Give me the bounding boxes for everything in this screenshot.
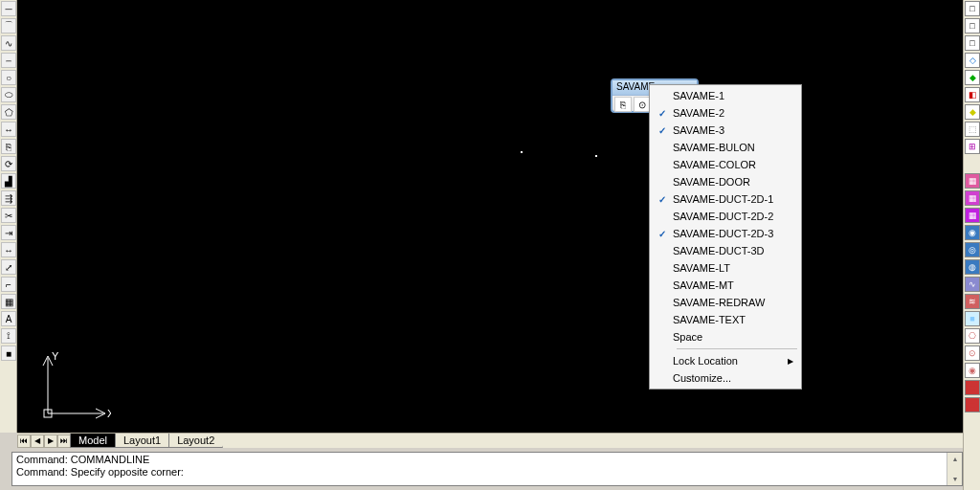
tool-line[interactable]: ─ — [1, 1, 16, 16]
right-tool-4[interactable]: ◆ — [965, 70, 980, 85]
menu-item-savame-duct-3d[interactable]: SAVAME-DUCT-3D — [652, 242, 799, 259]
right-tool-12[interactable]: ▦ — [965, 208, 980, 223]
command-window[interactable]: Command: COMMANDLINE Command: Specify op… — [11, 452, 963, 486]
tool-rotate[interactable]: ⟳ — [1, 156, 16, 171]
right-tool-23[interactable]: ■ — [965, 397, 980, 412]
menu-item-savame-duct-2d-3[interactable]: ✓SAVAME-DUCT-2D-3 — [652, 225, 799, 242]
check-icon: ✓ — [652, 229, 673, 239]
right-tool-1[interactable]: □ — [965, 18, 980, 33]
menu-item-customize-[interactable]: Customize... — [652, 369, 799, 387]
tool-mirror[interactable]: ▟ — [1, 173, 16, 189]
tab-model[interactable]: Model — [70, 434, 116, 448]
right-tool-0[interactable]: □ — [965, 1, 980, 16]
right-tool-15[interactable]: ◍ — [965, 259, 980, 275]
right-tool-11[interactable]: ▦ — [965, 190, 980, 206]
tab-nav-next[interactable]: ▶ — [44, 434, 57, 448]
tool-text[interactable]: A — [1, 311, 16, 326]
menu-item-label: Lock Location — [673, 355, 738, 367]
tool-polyline[interactable]: ⎓ — [1, 53, 16, 68]
tool-dim[interactable]: ⟟ — [1, 328, 16, 344]
ucs-icon: Y X — [34, 350, 111, 427]
right-tool-8[interactable]: ⊞ — [965, 139, 980, 154]
right-tool-16[interactable]: ∿ — [965, 277, 980, 292]
right-tool-20[interactable]: ⊙ — [965, 345, 980, 361]
tool-scale[interactable]: ⤢ — [1, 259, 16, 275]
tool-arc[interactable]: ⌒ — [1, 18, 16, 33]
tool-block[interactable]: ■ — [1, 345, 16, 361]
menu-item-savame-bulon[interactable]: SAVAME-BULON — [652, 139, 799, 156]
scroll-down-icon[interactable]: ▾ — [947, 473, 962, 485]
menu-item-space[interactable]: Space — [652, 328, 799, 345]
menu-item-savame-2[interactable]: ✓SAVAME-2 — [652, 104, 799, 122]
tool-spline[interactable]: ∿ — [1, 35, 16, 51]
tool-extend[interactable]: ⇥ — [1, 225, 16, 240]
layout-tabs: ⏮ ◀ ▶ ⏭ ModelLayout1Layout2 — [17, 433, 963, 448]
tool-stretch[interactable]: ↔ — [1, 242, 16, 257]
tool-circle[interactable]: ○ — [1, 70, 16, 85]
command-line: Command: Specify opposite corner: — [16, 466, 958, 479]
tab-nav-prev[interactable]: ◀ — [31, 434, 44, 448]
tool-copy[interactable]: ⎘ — [1, 139, 16, 154]
svg-text:Y: Y — [52, 350, 59, 362]
menu-item-lock-location[interactable]: Lock Location▶ — [652, 352, 799, 369]
menu-item-savame-color[interactable]: SAVAME-COLOR — [652, 156, 799, 173]
command-line: Command: COMMANDLINE — [16, 454, 958, 466]
right-tool-3[interactable]: ◇ — [965, 53, 980, 68]
menu-item-label: SAVAME-BULON — [673, 142, 755, 153]
drawing-canvas[interactable]: Y X — [17, 0, 963, 433]
tool-trim[interactable]: ✂ — [1, 208, 16, 223]
menu-item-savame-redraw[interactable]: SAVAME-REDRAW — [652, 294, 799, 311]
menu-item-savame-1[interactable]: SAVAME-1 — [652, 87, 799, 104]
right-tool-21[interactable]: ◉ — [965, 363, 980, 378]
menu-item-label: SAVAME-REDRAW — [673, 297, 765, 308]
right-tool-13[interactable]: ◉ — [965, 225, 980, 240]
menu-item-savame-text[interactable]: SAVAME-TEXT — [652, 311, 799, 328]
menu-item-label: SAVAME-DOOR — [673, 176, 750, 188]
menu-item-label: SAVAME-DUCT-2D-2 — [673, 211, 773, 222]
tab-nav-last[interactable]: ⏭ — [57, 434, 71, 448]
tab-layout1[interactable]: Layout1 — [115, 434, 169, 448]
right-tool-10[interactable]: ▦ — [965, 173, 980, 189]
right-tool-7[interactable]: ⬚ — [965, 122, 980, 137]
menu-item-savame-3[interactable]: ✓SAVAME-3 — [652, 122, 799, 139]
menu-item-label: SAVAME-MT — [673, 279, 734, 291]
tool-offset[interactable]: ⇶ — [1, 190, 16, 206]
command-scrollbar[interactable]: ▴ ▾ — [947, 453, 962, 485]
right-tool-5[interactable]: ◧ — [965, 87, 980, 102]
float-btn-1[interactable]: ⎘ — [614, 97, 632, 112]
menu-item-savame-duct-2d-1[interactable]: ✓SAVAME-DUCT-2D-1 — [652, 190, 799, 208]
cursor-dot — [595, 155, 597, 157]
menu-item-savame-mt[interactable]: SAVAME-MT — [652, 277, 799, 294]
menu-item-label: SAVAME-TEXT — [673, 314, 746, 325]
toolbar-context-menu: SAVAME-1✓SAVAME-2✓SAVAME-3SAVAME-BULONSA… — [649, 84, 802, 390]
tab-nav-first[interactable]: ⏮ — [17, 434, 31, 448]
right-tool-14[interactable]: ◎ — [965, 242, 980, 257]
left-toolbar: ─⌒∿⎓○⬭⬠↔⎘⟳▟⇶✂⇥↔⤢⌐▦A⟟■ — [0, 0, 17, 433]
tool-move[interactable]: ↔ — [1, 122, 16, 137]
menu-item-label: SAVAME-DUCT-3D — [673, 245, 765, 256]
check-icon: ✓ — [652, 108, 673, 119]
svg-text:X: X — [107, 408, 111, 419]
scroll-up-icon[interactable]: ▴ — [947, 453, 962, 465]
right-tool-6[interactable]: ◆ — [965, 104, 980, 120]
right-tool-18[interactable]: ■ — [965, 311, 980, 326]
right-tool-9[interactable] — [965, 156, 980, 171]
tool-polygon[interactable]: ⬠ — [1, 104, 16, 120]
menu-item-savame-duct-2d-2[interactable]: SAVAME-DUCT-2D-2 — [652, 208, 799, 225]
right-tool-2[interactable]: □ — [965, 35, 980, 51]
tool-hatch[interactable]: ▦ — [1, 294, 16, 309]
tool-ellipse[interactable]: ⬭ — [1, 87, 16, 102]
menu-item-savame-lt[interactable]: SAVAME-LT — [652, 259, 799, 277]
menu-separator — [677, 348, 797, 349]
submenu-arrow-icon: ▶ — [788, 357, 793, 366]
menu-item-label: SAVAME-LT — [673, 262, 730, 274]
right-tool-17[interactable]: ≋ — [965, 294, 980, 309]
tool-fillet[interactable]: ⌐ — [1, 277, 16, 292]
right-tool-19[interactable]: ⎔ — [965, 328, 980, 344]
tab-layout2[interactable]: Layout2 — [168, 434, 223, 448]
right-tool-22[interactable]: ■ — [965, 380, 980, 395]
check-icon: ✓ — [652, 125, 673, 136]
check-icon: ✓ — [652, 194, 673, 205]
cursor-dot — [521, 151, 523, 153]
menu-item-savame-door[interactable]: SAVAME-DOOR — [652, 173, 799, 190]
